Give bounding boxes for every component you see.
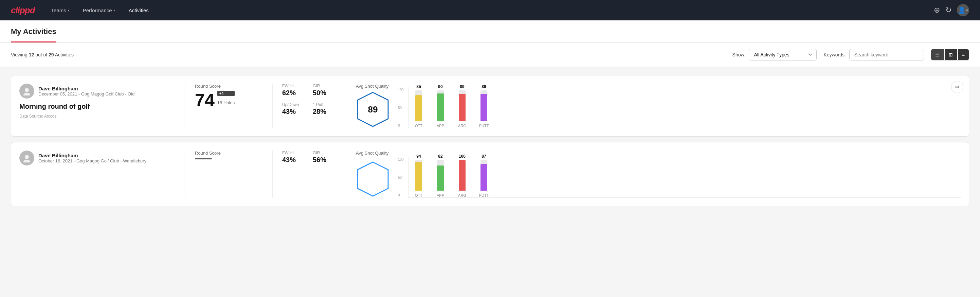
quality-hexagon: 89 [356,91,390,128]
bar-track [437,160,444,191]
fw-hit-value-2: 43% [282,156,306,164]
score-display: 74 +4 18 Holes [195,91,263,109]
updown-stat: Up/Down 43% [282,102,306,115]
bar-fill [459,94,466,121]
card-user: Dave Billingham December 05, 2021 - Gog … [19,84,175,99]
user-name: Dave Billingham [38,86,134,91]
svg-point-3 [25,155,29,159]
view-grid-button[interactable]: ⊞ [945,49,957,60]
nav-teams-chevron-icon: ▾ [68,8,69,12]
updown-label: Up/Down [282,102,306,107]
activity-type-select[interactable]: All Activity Types [749,49,817,61]
y-label-0: 0 [398,124,404,128]
nav-performance-label: Performance [83,8,112,13]
refresh-button[interactable]: ↻ [945,6,951,14]
quality-section-2: Avg Shot Quality 100 50 0 [356,150,961,198]
bar-chart-2: 100 50 0 94OTT82APP106ARG87PUTT [398,150,961,198]
viewing-text: Viewing 12 out of 29 Activities [11,52,725,57]
show-label: Show: [732,52,746,57]
bar-track [480,160,487,191]
activity-card: ✏ Dave Billingham December 05, 2021 - Go… [11,75,969,137]
score-badge: +4 [217,91,235,96]
bar-track [415,90,422,121]
bar-axis-label: APP [437,193,444,198]
keywords-filter: Keywords: [824,49,924,61]
nav-activities[interactable]: Activities [123,5,154,16]
bar-column: 87PUTT [477,154,491,198]
bar-track [459,90,466,121]
quality-label: Avg Shot Quality [356,84,390,89]
bar-value-label: 90 [438,84,442,89]
nav-teams[interactable]: Teams ▾ [46,5,75,16]
viewing-total: 29 [49,52,54,57]
bar-column: 85OTT [412,84,425,128]
fw-hit-label-2: FW Hit [282,150,306,155]
show-filter: Show: All Activity Types [732,49,817,61]
fw-hit-value: 62% [282,89,306,97]
gir-label: GIR [313,84,337,88]
stats-section: FW Hit 62% GIR 50% Up/Down 43% 1 Putt 28… [282,84,337,128]
view-list-detail-button[interactable]: ≡ [958,49,969,60]
viewing-mid: out of [34,52,49,57]
bar-track [415,160,422,191]
avatar [19,84,34,99]
avatar-icon: 👤 [958,6,966,14]
view-list-compact-button[interactable]: ☰ [931,49,944,60]
search-input[interactable] [849,49,924,61]
gir-stat-2: GIR 56% [313,150,337,164]
filter-bar: Viewing 12 out of 29 Activities Show: Al… [0,43,980,67]
y2-label-0: 0 [398,193,404,197]
bar-fill [480,164,487,191]
bar-column: 82APP [434,154,447,198]
bar-fill [415,95,422,121]
date-course-2: October 16, 2021 - Gog Magog Golf Club -… [38,158,146,163]
gir-value-2: 56% [313,156,337,164]
nav-performance[interactable]: Performance ▾ [78,5,121,16]
fw-hit-stat: FW Hit 62% [282,84,306,97]
quality-label-2: Avg Shot Quality [356,150,390,156]
svg-point-1 [24,93,30,96]
avatar-2 [19,150,34,166]
user-name-2: Dave Billingham [38,153,146,158]
activity-card-2: Dave Billingham October 16, 2021 - Gog M… [11,142,969,206]
y-label-50: 50 [398,106,404,110]
bar-column: 89ARG [455,84,469,128]
bar-axis-label: PUTT [479,193,489,198]
bar-value-label: 106 [459,154,466,159]
y2-label-50: 50 [398,176,404,179]
one-putt-stat: 1 Putt 28% [313,102,337,115]
bar-fill [415,162,422,191]
holes: 18 Holes [217,100,235,105]
bar-axis-label: PUTT [479,124,489,128]
user-avatar[interactable]: 👤 ▾ [957,4,969,16]
y-label-100: 100 [398,88,404,92]
activities-list: ✏ Dave Billingham December 05, 2021 - Go… [0,67,980,214]
card-user-info: Dave Billingham December 05, 2021 - Gog … [38,86,134,96]
gir-label-2: GIR [313,150,337,155]
gir-value: 50% [313,89,337,97]
fw-hit-stat-2: FW Hit 43% [282,150,306,164]
card-divider-2 [272,84,273,128]
bar-value-label: 89 [482,84,486,89]
viewing-count: 12 [29,52,34,57]
bar-axis-label: APP [437,124,444,128]
bar-value-label: 85 [416,84,421,89]
bar-axis-label: OTT [415,124,422,128]
quality-hexagon-2 [356,160,390,198]
bar-fill [480,94,487,121]
bar-axis-label: ARG [458,193,466,198]
card-user-2: Dave Billingham October 16, 2021 - Gog M… [19,150,175,166]
card-divider [185,84,185,128]
page-header: My Activities [0,21,980,43]
round-score-label: Round Score [195,84,263,89]
fw-hit-label: FW Hit [282,84,306,88]
bar-track [480,90,487,121]
bar-value-label: 87 [482,154,486,159]
score-placeholder [195,158,212,160]
round-score-section: Round Score 74 +4 18 Holes [195,84,263,128]
navbar: clippd Teams ▾ Performance ▾ Activities … [0,0,980,21]
viewing-suffix: Activities [54,52,74,57]
bar-chart: 100 50 0 85OTT90APP89ARG89PUTT [398,84,961,128]
add-button[interactable]: ⊕ [934,6,940,14]
bar-column: 89PUTT [477,84,491,128]
